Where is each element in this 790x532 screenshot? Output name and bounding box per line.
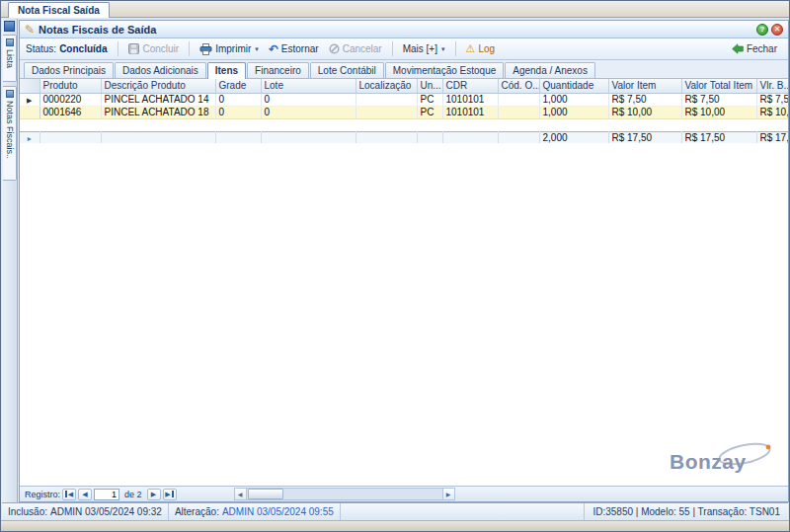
cell-cod-o (498, 106, 539, 118)
cell-grade: 0 (215, 106, 261, 118)
footer-icon: ▸ (28, 134, 32, 143)
estornar-button[interactable]: ↶ Estornar (264, 40, 324, 58)
col-un[interactable]: Un... (417, 79, 442, 93)
cell-descricao: PINCEL ACHATADO 18 (101, 106, 215, 118)
tab-movimentacao-estoque[interactable]: Movimentação Estoque (385, 62, 505, 78)
printer-icon (199, 43, 212, 55)
cell-cdr: 1010101 (442, 106, 498, 118)
window-titlebar: ✎ Notas Fiscais de Saída ? ✕ (20, 21, 788, 38)
col-quantidade[interactable]: Quantidade (539, 79, 608, 93)
concluir-button[interactable]: Concluir (123, 40, 184, 57)
cell-cod-o (498, 93, 539, 106)
prev-record-button[interactable]: ◀ (78, 489, 92, 500)
cell-lote: 0 (261, 106, 356, 118)
scroll-right-icon[interactable]: ▶ (442, 489, 454, 499)
table-row[interactable]: 0001646 PINCEL ACHATADO 18 0 0 PC 101010… (20, 106, 788, 118)
window-bottom-edge (1, 520, 789, 531)
fechar-button[interactable]: Fechar (727, 40, 782, 57)
close-icon[interactable]: ✕ (771, 24, 783, 36)
help-icon[interactable]: ? (756, 24, 768, 36)
cell-grade: 0 (215, 93, 261, 106)
col-grade[interactable]: Grade (215, 79, 261, 93)
inclusao-segment: Inclusão: ADMIN 03/05/2024 09:32 (2, 503, 169, 520)
cell-vlr-b: R$ 7,50 (756, 93, 788, 106)
footer-quantidade: 2,000 (539, 131, 608, 143)
dock-panel-icon[interactable] (4, 21, 15, 32)
separator (392, 41, 393, 56)
registro-label: Registro: (25, 490, 60, 499)
record-info: ID:35850 | Modelo: 55 | Transação: TSN01 (584, 503, 788, 520)
cancelar-button[interactable]: Cancelar (324, 40, 387, 57)
cell-un: PC (417, 106, 442, 118)
col-localizacao[interactable]: Localização (356, 79, 417, 93)
pencil-icon: ✎ (25, 24, 35, 36)
cell-lote: 0 (261, 93, 356, 106)
status-label: Status: (26, 43, 56, 54)
sidebar-tab-lista[interactable]: Lista (3, 35, 17, 82)
log-button[interactable]: ⚠ Log (461, 40, 501, 57)
cell-valor-total-item: R$ 10,00 (681, 106, 756, 118)
horizontal-scrollbar[interactable]: ◀ ▶ (234, 488, 455, 500)
table-row[interactable]: ▶ 0000220 PINCEL ACHATADO 14 0 0 PC 1010… (20, 93, 788, 106)
tab-agenda-anexos[interactable]: Agenda / Anexos (505, 62, 595, 78)
cell-localizacao (356, 106, 417, 118)
cell-valor-item: R$ 10,00 (608, 106, 681, 118)
grid-filler-row (20, 118, 788, 131)
cell-produto: 0000220 (40, 93, 101, 106)
inclusao-value: ADMIN 03/05/2024 09:32 (50, 506, 162, 517)
col-descricao-produto[interactable]: Descrição Produto (101, 79, 215, 93)
tab-lote-contabil[interactable]: Lote Contábil (310, 62, 384, 78)
status-bar: Inclusão: ADMIN 03/05/2024 09:32 Alteraç… (2, 502, 788, 520)
record-count-label: de 2 (124, 490, 142, 499)
items-grid-wrap: Produto Descrição Produto Grade Lote Loc… (20, 79, 788, 143)
sidebar-tab-label: Notas Fiscais.. (5, 101, 15, 159)
grid-header-row: Produto Descrição Produto Grade Lote Loc… (20, 79, 788, 93)
sidebar-tab-notas-fiscais[interactable]: Notas Fiscais.. (3, 86, 17, 181)
scroll-left-icon[interactable]: ◀ (235, 489, 247, 499)
next-record-button[interactable]: ▶ (147, 489, 161, 500)
scrollbar-thumb[interactable] (248, 489, 283, 499)
cancel-icon (329, 43, 340, 54)
page-tabstrip: Dados Principais Dados Adicionais Itens … (20, 60, 788, 79)
footer-valor-total-item: R$ 17,50 (681, 131, 756, 143)
chevron-down-icon: ▾ (255, 45, 259, 53)
client-area: Bonzay (20, 143, 788, 486)
col-produto[interactable]: Produto (40, 79, 101, 93)
tab-itens[interactable]: Itens (207, 62, 246, 79)
status-badge: Concluída (59, 43, 107, 54)
footer-indicator: ▸ (20, 131, 40, 143)
row-indicator (20, 106, 40, 118)
list-icon (6, 38, 14, 46)
inclusao-label: Inclusão: (8, 506, 47, 517)
col-vlr-b[interactable]: Vlr. B... (756, 79, 788, 93)
separator (189, 41, 190, 56)
col-valor-item[interactable]: Valor Item (608, 79, 681, 93)
record-number-input[interactable] (94, 489, 119, 500)
cell-quantidade: 1,000 (539, 106, 608, 118)
grid-footer-row: ▸ 2,000 R$ 17,50 R$ 17,50 R$ 17,50 (20, 131, 788, 143)
col-valor-total-item[interactable]: Valor Total Item (681, 79, 756, 93)
separator (118, 41, 118, 56)
cell-produto: 0001646 (40, 106, 101, 118)
tab-financeiro[interactable]: Financeiro (247, 62, 309, 78)
last-record-button[interactable]: ▶ (163, 489, 177, 500)
col-lote[interactable]: Lote (261, 79, 356, 93)
window-title: Notas Fiscais de Saída (39, 24, 156, 36)
col-cdr[interactable]: CDR (442, 79, 498, 93)
cell-valor-item: R$ 7,50 (608, 93, 681, 106)
sidebar-tab-label: Lista (5, 49, 15, 68)
alteracao-label: Alteração: (175, 506, 219, 517)
col-cod-o[interactable]: Cód. O... (498, 79, 539, 93)
record-navigator: Registro: ◀ ◀ de 2 ▶ ▶ ◀ ▶ (20, 486, 788, 501)
first-record-button[interactable]: ◀ (62, 489, 76, 500)
imprimir-button[interactable]: Imprimir▾ (195, 40, 264, 58)
notas-fiscais-window: ✎ Notas Fiscais de Saída ? ✕ Status: Con… (19, 20, 789, 502)
tab-dados-principais[interactable]: Dados Principais (24, 62, 114, 78)
logo-text: Bonzay (670, 450, 747, 474)
cell-quantidade: 1,000 (539, 93, 608, 106)
cell-un: PC (417, 93, 442, 106)
mais-button[interactable]: Mais [+]▾ (398, 40, 450, 57)
tab-nota-fiscal-saida[interactable]: Nota Fiscal Saída (8, 2, 110, 18)
separator (455, 41, 456, 56)
tab-dados-adicionais[interactable]: Dados Adicionais (115, 62, 206, 78)
